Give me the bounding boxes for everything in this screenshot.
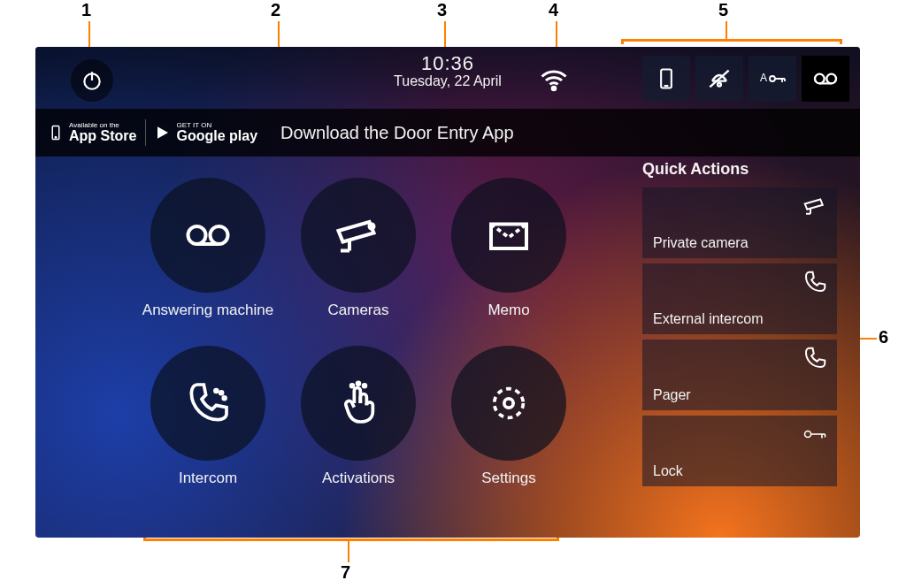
svg-point-2 [552,87,556,90]
tile-answering-machine[interactable]: Answering machine [142,178,274,337]
auto-key-icon: A [757,65,787,93]
gear-icon [484,378,534,428]
callout-2: 2 [271,0,280,20]
svg-point-8 [770,76,775,81]
svg-point-27 [351,385,354,387]
callout-line [444,21,446,48]
phone-icon [802,345,828,371]
power-button[interactable] [71,59,113,102]
svg-point-26 [223,397,226,400]
bell-off-icon [704,65,734,93]
svg-point-24 [215,390,218,393]
tile-settings[interactable]: Settings [442,346,575,505]
svg-point-25 [220,392,223,394]
status-auto-open[interactable]: A [749,56,796,102]
apple-device-icon [48,123,64,142]
qa-label: External intercom [653,311,826,327]
callout-line [348,541,349,562]
store-separator [145,119,146,146]
clock-time: 10:36 [394,52,502,75]
appstore-bottom: App Store [69,129,136,143]
qa-private-camera[interactable]: Private camera [642,187,837,258]
tile-label: Settings [481,470,535,487]
status-voicemail[interactable] [802,56,849,102]
svg-point-19 [211,226,228,244]
qa-lock[interactable]: Lock [642,416,837,486]
tile-label: Intercom [179,470,237,487]
cctv-camera-icon [332,209,385,262]
power-icon [81,69,104,92]
tile-label: Answering machine [142,302,273,319]
callout-7: 7 [341,562,350,583]
quick-actions-panel: Quick Actions Private camera External in… [642,160,837,492]
callout-bracket [621,39,842,44]
clock: 10:36 Tuesday, 22 April [394,52,502,89]
svg-point-18 [188,226,206,244]
callout-line [726,21,727,39]
clock-date: Tuesday, 22 April [394,73,502,89]
callout-4: 4 [549,0,558,20]
cctv-camera-icon [802,193,828,219]
banner-text: Download the Door Entry App [280,123,514,143]
google-play-icon [155,124,171,141]
key-icon [802,421,828,447]
tile-label: Activations [322,470,395,487]
app-download-banner[interactable]: Available on the App Store GET IT ON Goo… [35,109,860,157]
tile-activations[interactable]: Activations [292,346,425,505]
svg-point-5 [718,83,721,87]
svg-point-31 [504,399,513,408]
status-mobile[interactable] [642,56,690,102]
voicemail-icon [810,65,841,93]
svg-point-29 [364,385,366,387]
google-bottom: Google play [176,129,257,143]
tile-cameras[interactable]: Cameras [292,178,425,337]
svg-rect-23 [491,225,526,249]
status-icons-bar: A [642,56,849,102]
voicemail-icon [181,209,234,262]
wifi-icon [538,65,570,96]
callout-3: 3 [437,0,447,20]
function-tiles: Answering machine Cameras Memo [142,178,584,505]
qa-label: Private camera [653,235,826,251]
app-store-badge[interactable]: Available on the App Store [41,118,143,147]
google-play-badge[interactable]: GET IT ON Google play [148,118,265,147]
svg-point-16 [55,137,57,139]
svg-marker-17 [157,126,168,139]
svg-point-22 [370,225,374,229]
mobile-icon [654,65,679,93]
touch-hand-icon [334,378,383,428]
qa-label: Lock [653,463,826,479]
svg-point-28 [357,382,360,385]
svg-point-30 [495,389,524,418]
tile-label: Memo [488,302,529,319]
tile-intercom[interactable]: Intercom [142,346,274,505]
top-bar: 10:36 Tuesday, 22 April A [35,47,860,109]
svg-point-12 [815,74,825,84]
svg-point-13 [826,74,836,84]
callout-6: 6 [879,327,888,347]
qa-pager[interactable]: Pager [642,340,837,410]
phone-icon [183,378,233,428]
qa-external-intercom[interactable]: External intercom [642,263,837,334]
device-screen: 10:36 Tuesday, 22 April A [35,47,860,538]
status-mute[interactable] [695,56,743,102]
envelope-icon [482,209,535,262]
svg-text:A: A [760,72,767,84]
qa-label: Pager [653,387,826,403]
callout-1: 1 [81,0,91,20]
quick-actions-title: Quick Actions [642,160,837,179]
tile-memo[interactable]: Memo [442,178,575,337]
callout-5: 5 [718,0,728,20]
tile-label: Cameras [328,302,389,319]
phone-icon [802,269,828,295]
svg-point-33 [805,431,811,437]
